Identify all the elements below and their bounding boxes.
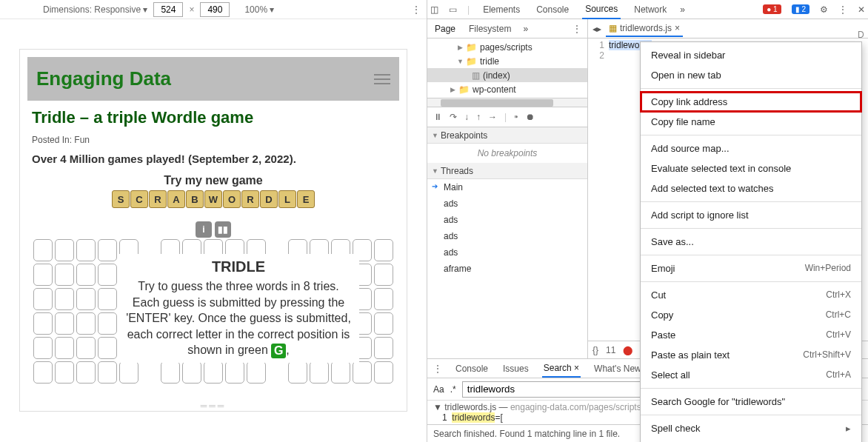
info-badge[interactable]: ▮ 2 (792, 4, 809, 14)
tab-console[interactable]: Console (533, 1, 572, 19)
resize-handle-icon[interactable]: ═══ (201, 401, 227, 411)
hamburger-icon[interactable] (374, 74, 390, 84)
ctx-ignore[interactable]: Add script to ignore list (641, 205, 861, 225)
tree-scrollbar[interactable] (427, 98, 587, 107)
grid-cell (76, 337, 96, 359)
ctx-paste[interactable]: PasteCtrl+V (641, 325, 861, 345)
try-new-label: Try my new game (32, 174, 395, 187)
ctx-emoji[interactable]: EmojiWin+Period (641, 258, 861, 278)
ctx-save-as[interactable]: Save as... (641, 232, 861, 252)
letter-tile[interactable]: C (130, 190, 148, 208)
error-badge[interactable]: ● 1 (763, 4, 781, 14)
grid-cell (98, 239, 117, 261)
letter-tile[interactable]: S (112, 190, 130, 208)
letter-tile[interactable]: B (186, 190, 204, 208)
tree-file[interactable]: (index) (483, 70, 510, 81)
ctx-copy-link[interactable]: Copy link address (641, 92, 861, 112)
ctx-paste-plain[interactable]: Paste as plain textCtrl+Shift+V (641, 345, 861, 365)
pretty-print-icon[interactable]: {} (592, 345, 598, 355)
thread-row[interactable]: ads (427, 244, 587, 261)
nav-back-icon[interactable]: ◂▸ (592, 24, 601, 34)
file-tree[interactable]: ▶📁pages/scripts ▼📁tridle ▥(index) ▶📁wp-c… (427, 38, 587, 98)
letter-tile[interactable]: R (241, 190, 259, 208)
drawer-tab-whatsnew[interactable]: What's New (592, 361, 643, 377)
nav-tab-filesystem[interactable]: Filesystem (467, 21, 513, 37)
site-brand[interactable]: Engaging Data (36, 67, 171, 90)
step-out-icon[interactable]: ↑ (476, 112, 481, 122)
drawer-tab-search[interactable]: Search × (542, 360, 581, 378)
nav-tab-page[interactable]: Page (433, 21, 457, 37)
tab-network[interactable]: Network (631, 1, 670, 19)
grid-cell (55, 337, 74, 359)
dimensions-dropdown[interactable]: Dimensions: Responsive ▾ (43, 4, 147, 15)
step-icon[interactable]: → (488, 112, 497, 122)
grid-cell (55, 288, 74, 310)
thread-row[interactable]: Main (427, 179, 587, 195)
letter-tile[interactable]: R (149, 190, 167, 208)
stats-icon[interactable]: ▮▮ (215, 221, 231, 238)
kebab-icon[interactable]: ⋮ (572, 24, 581, 34)
editor-file-tab[interactable]: ▦ tridlewords.js × (606, 21, 683, 37)
ctx-add-map[interactable]: Add source map... (641, 138, 861, 158)
case-icon[interactable]: Aa (433, 384, 444, 395)
ctx-open-tab[interactable]: Open in new tab (641, 65, 861, 85)
ctx-writing[interactable]: Writing Direction (641, 438, 861, 442)
ctx-reveal[interactable]: Reveal in sidebar (641, 45, 861, 65)
thread-row[interactable]: ads (427, 228, 587, 244)
deactivate-bp-icon[interactable]: ⁍ (514, 112, 518, 122)
threads-header[interactable]: ▼Threads (427, 163, 587, 179)
coverage-icon[interactable]: ⬤ (623, 345, 632, 355)
drawer-tab-console[interactable]: Console (454, 361, 490, 377)
ctx-spell[interactable]: Spell check (641, 418, 861, 438)
zoom-dropdown[interactable]: 100% ▾ (244, 4, 274, 15)
drawer-tab-issues[interactable]: Issues (501, 361, 530, 377)
pause-icon[interactable]: ⏸ (433, 112, 442, 122)
grid-cell (374, 264, 393, 286)
grid-cell (76, 312, 96, 335)
letter-tile[interactable]: E (297, 190, 315, 208)
thread-row[interactable]: aframe (427, 261, 587, 277)
width-input[interactable] (153, 2, 183, 17)
letter-tile[interactable]: O (223, 190, 241, 208)
close-tab-icon[interactable]: × (675, 23, 680, 33)
breakpoints-header[interactable]: ▼Breakpoints (427, 127, 587, 144)
device-toggle-icon[interactable]: ▭ (449, 4, 457, 15)
info-icon[interactable]: i (196, 221, 212, 238)
kebab-icon[interactable]: ⋮ (838, 4, 847, 15)
scrabwordle-tiles[interactable]: SCRABWORDLE (32, 190, 395, 208)
kebab-icon[interactable]: ⋮ (412, 4, 421, 15)
kebab-icon[interactable]: ⋮ (433, 364, 442, 374)
gear-icon[interactable]: ⚙ (820, 4, 828, 15)
grid-cell (55, 264, 74, 286)
pause-exc-icon[interactable]: ⏺ (526, 112, 535, 122)
step-into-icon[interactable]: ↓ (464, 112, 469, 122)
thread-row[interactable]: ads (427, 195, 587, 212)
ctx-copy[interactable]: CopyCtrl+C (641, 305, 861, 325)
grid-cell (288, 361, 307, 384)
tab-elements[interactable]: Elements (480, 1, 523, 19)
step-over-icon[interactable]: ↷ (450, 112, 457, 122)
posted-in: Posted In: Fun (32, 135, 395, 145)
ctx-select-all[interactable]: Select allCtrl+A (641, 365, 861, 385)
tree-folder[interactable]: wp-content (473, 84, 516, 95)
ctx-cut[interactable]: CutCtrl+X (641, 285, 861, 305)
height-input[interactable] (200, 2, 230, 17)
letter-tile[interactable]: A (167, 190, 185, 208)
regex-icon[interactable]: .* (450, 384, 456, 395)
tree-folder[interactable]: pages/scripts (480, 42, 533, 53)
ctx-search-google[interactable]: Search Google for "tridlewords" (641, 392, 861, 412)
grid-cell (353, 361, 372, 384)
tree-folder[interactable]: tridle (480, 56, 499, 67)
ctx-copy-file[interactable]: Copy file name (641, 112, 861, 132)
inspect-icon[interactable]: ◫ (430, 4, 438, 15)
thread-row[interactable]: ads (427, 212, 587, 228)
letter-tile[interactable]: D (260, 190, 278, 208)
ctx-eval[interactable]: Evaluate selected text in console (641, 158, 861, 178)
letter-tile[interactable]: L (278, 190, 296, 208)
ctx-watch[interactable]: Add selected text to watches (641, 178, 861, 198)
more-tabs-icon[interactable]: » (523, 24, 528, 34)
more-tabs-icon[interactable]: » (680, 4, 685, 15)
letter-tile[interactable]: W (204, 190, 222, 208)
tab-sources[interactable]: Sources (582, 0, 621, 19)
close-icon[interactable]: ✕ (858, 4, 865, 15)
